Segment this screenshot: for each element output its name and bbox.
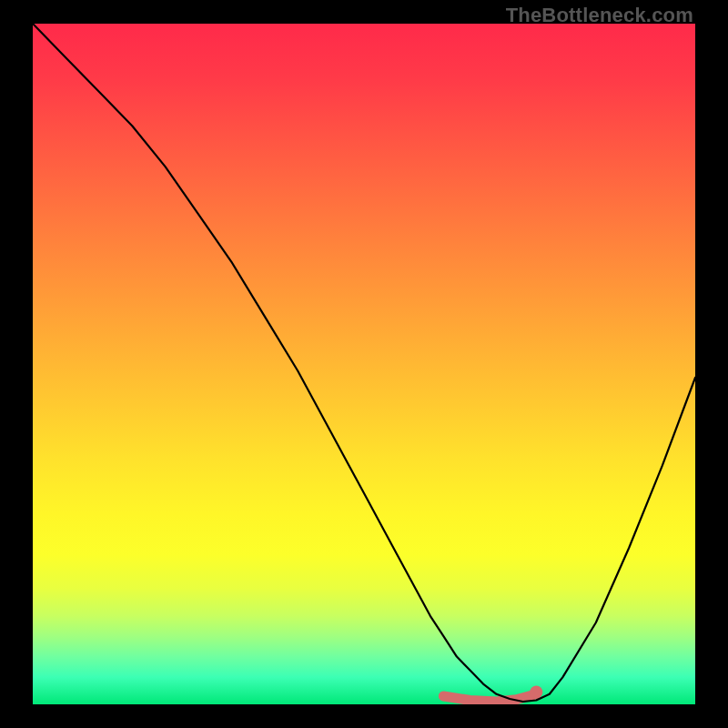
plot-area <box>33 24 695 704</box>
highlight-end-dot <box>530 686 542 699</box>
chart-frame: TheBottleneck.com <box>0 0 728 728</box>
curve-svg <box>33 24 695 704</box>
bottleneck-curve <box>33 24 695 702</box>
